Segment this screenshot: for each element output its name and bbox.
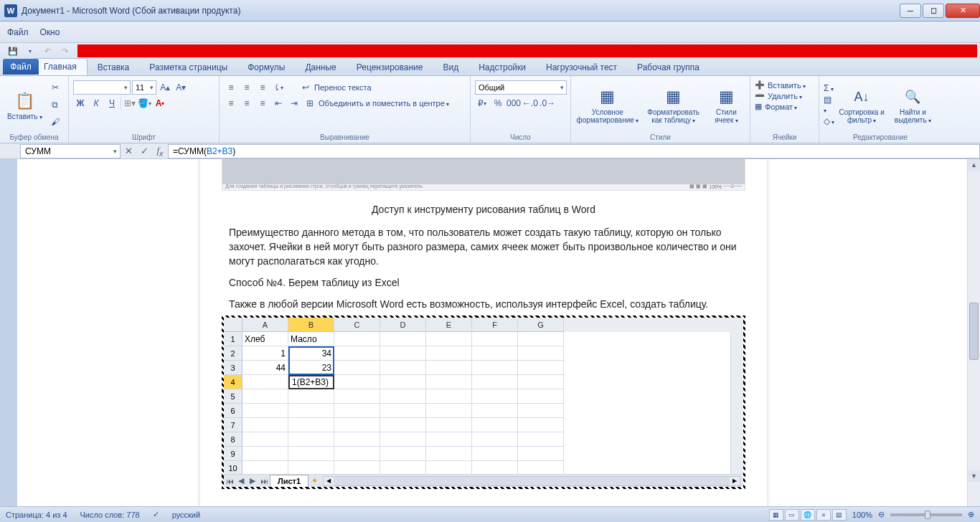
cell-E1[interactable] (426, 332, 472, 346)
tab-loadtest[interactable]: Нагрузочный тест (536, 60, 627, 75)
cell-C4[interactable] (334, 375, 380, 389)
cell-C10[interactable] (334, 461, 380, 474)
view-outline[interactable]: ≡ (816, 509, 831, 521)
view-web[interactable]: 🌐 (801, 509, 815, 521)
fill-color-icon[interactable]: 🪣 (137, 96, 151, 110)
cell-G6[interactable] (518, 404, 564, 418)
cell-D3[interactable] (380, 361, 426, 375)
vscroll-thumb[interactable] (969, 303, 979, 360)
cell-F9[interactable] (472, 447, 518, 461)
document-vscroll[interactable]: ▲ ▼ (967, 159, 980, 506)
tab-pagelayout[interactable]: Разметка страницы (139, 60, 237, 75)
cell-A2[interactable]: 1 (242, 346, 288, 361)
paste-button[interactable]: 📋 Вставить (4, 88, 45, 122)
cell-A4[interactable] (242, 375, 288, 389)
status-page[interactable]: Страница: 4 из 4 (6, 511, 67, 519)
number-format-combo[interactable]: Общий (475, 80, 567, 95)
delete-cells-button[interactable]: Удалить (768, 92, 802, 100)
sheet-nav-next[interactable]: ▶ (247, 476, 258, 485)
currency-icon[interactable]: ₽ (475, 96, 489, 110)
cell-F10[interactable] (472, 461, 518, 474)
row-2[interactable]: 2 (224, 346, 242, 361)
cell-G9[interactable] (518, 447, 564, 461)
cell-C6[interactable] (334, 404, 380, 418)
cell-C1[interactable] (334, 332, 380, 346)
col-B[interactable]: B (288, 318, 334, 332)
sheet-grid[interactable]: 1 Хлеб Масло 2 1 34 3 (224, 332, 730, 474)
cell-G8[interactable] (518, 432, 564, 447)
cell-styles-button[interactable]: ▦ Стили ячеек (707, 84, 745, 125)
cell-A8[interactable] (242, 432, 288, 447)
cell-B3[interactable]: 23 (288, 361, 334, 375)
cell-F1[interactable] (472, 332, 518, 346)
status-word-count[interactable]: Число слов: 778 (80, 511, 140, 519)
align-middle-icon[interactable]: ≡ (240, 80, 254, 95)
cell-F5[interactable] (472, 389, 518, 404)
cell-B9[interactable] (288, 447, 334, 461)
cell-A6[interactable] (242, 404, 288, 418)
cell-G1[interactable] (518, 332, 564, 346)
close-button[interactable]: ✕ (946, 4, 980, 18)
cell-F3[interactable] (472, 361, 518, 375)
cell-F7[interactable] (472, 418, 518, 432)
save-icon[interactable]: 💾 (6, 44, 20, 57)
cell-E2[interactable] (426, 346, 472, 361)
italic-icon[interactable]: К (89, 96, 103, 110)
status-language[interactable]: русский (172, 511, 200, 519)
format-as-table-button[interactable]: ▦ Форматировать как таблицу (643, 84, 705, 125)
align-center-icon[interactable]: ≡ (240, 96, 254, 110)
insert-cells-button[interactable]: Вставить (768, 81, 806, 90)
borders-icon[interactable]: ⊞▾ (121, 96, 136, 110)
cell-D5[interactable] (380, 389, 426, 404)
cell-C7[interactable] (334, 418, 380, 432)
cell-E7[interactable] (426, 418, 472, 432)
cell-D4[interactable] (380, 375, 426, 389)
cell-B1[interactable]: Масло (288, 332, 334, 346)
font-color-icon[interactable]: A (153, 96, 167, 110)
vscroll-down[interactable]: ▼ (968, 470, 980, 482)
cell-G10[interactable] (518, 461, 564, 474)
align-left-icon[interactable]: ≡ (224, 96, 238, 110)
cell-B5[interactable] (288, 389, 334, 404)
merge-center-button[interactable]: Объединить и поместить в центре (319, 99, 449, 108)
cell-C3[interactable] (334, 361, 380, 375)
decrease-indent-icon[interactable]: ⇤ (271, 96, 286, 110)
cell-B7[interactable] (288, 418, 334, 432)
format-painter-icon[interactable]: 🖌 (48, 115, 62, 129)
cell-G2[interactable] (518, 346, 564, 361)
sheet-nav-first[interactable]: ⏮ (224, 477, 235, 485)
hscroll-right[interactable]: ▶ (730, 477, 740, 485)
file-tab[interactable]: Файл (3, 59, 39, 75)
grow-font-icon[interactable]: A▴ (158, 80, 172, 95)
sheet-hscroll[interactable]: ◀ ▶ (323, 476, 740, 486)
menu-window[interactable]: Окно (40, 27, 60, 37)
col-A[interactable]: A (242, 318, 288, 332)
font-family-combo[interactable] (73, 80, 131, 95)
cell-G5[interactable] (518, 389, 564, 404)
row-10[interactable]: 10 (224, 461, 242, 474)
cell-E4[interactable] (426, 375, 472, 389)
row-5[interactable]: 5 (224, 389, 242, 404)
tab-review[interactable]: Рецензирование (347, 60, 433, 75)
cell-D9[interactable] (380, 447, 426, 461)
row-6[interactable]: 6 (224, 404, 242, 418)
format-cells-button[interactable]: Формат (765, 103, 797, 111)
clear-icon[interactable]: ◇ (824, 116, 834, 126)
row-1[interactable]: 1 (224, 332, 242, 346)
increase-indent-icon[interactable]: ⇥ (287, 96, 301, 110)
row-8[interactable]: 8 (224, 432, 242, 447)
tab-addins[interactable]: Надстройки (468, 60, 536, 75)
cell-A1[interactable]: Хлеб (242, 332, 288, 346)
autosum-icon[interactable]: Σ (824, 83, 834, 93)
tab-home[interactable]: Главная (33, 58, 88, 75)
cell-B8[interactable] (288, 432, 334, 447)
cell-C2[interactable] (334, 346, 380, 361)
sheet-vscroll[interactable] (730, 332, 743, 474)
zoom-slider[interactable] (890, 513, 962, 516)
cell-D1[interactable] (380, 332, 426, 346)
cell-E5[interactable] (426, 389, 472, 404)
wrap-text-button[interactable]: Перенос текста (314, 83, 372, 92)
redo-icon[interactable]: ↷ (57, 44, 72, 57)
fill-icon[interactable]: ▤ (824, 95, 834, 115)
maximize-button[interactable]: ◻ (923, 4, 944, 18)
